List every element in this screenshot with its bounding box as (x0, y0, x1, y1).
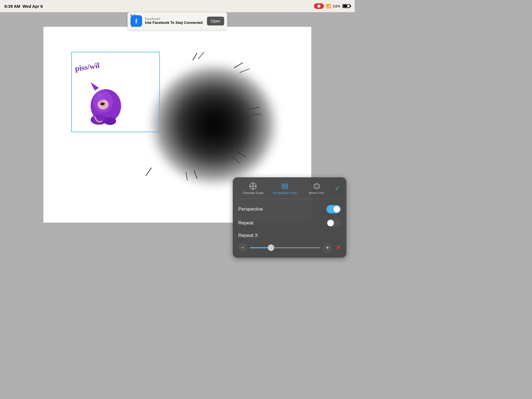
svg-point-19 (104, 117, 116, 125)
slider-decrement-button[interactable]: − (238, 243, 247, 252)
battery-icon (342, 4, 350, 8)
minus-icon: − (241, 245, 244, 251)
wifi-icon: 📶 (326, 4, 331, 8)
tab-perspective-form[interactable]: Perspective Form (269, 181, 301, 196)
confirm-button[interactable]: ✓ (332, 184, 342, 193)
record-dot (318, 5, 320, 7)
tab-mesh-form-label: Mesh Form (309, 191, 324, 195)
slider-increment-button[interactable]: + (323, 243, 332, 252)
status-right-icons: 📶 63% (314, 3, 350, 9)
perspective-form-icon (281, 182, 289, 190)
svg-marker-16 (91, 82, 99, 91)
tab-translate-scale-label: Translate Scale (242, 191, 264, 195)
cancel-red-icon: ✕ (336, 244, 341, 251)
status-bar: 8:39 AM Wed Apr 8 📶 63% (0, 0, 355, 12)
character-art: piss/wil (70, 55, 156, 132)
repeat-x-setting-row: Repeat X (238, 230, 341, 241)
settings-area: Perspective Repeat Repeat X − (233, 199, 346, 258)
ad-text: Facebook® Use Facebook To Stay Connected (145, 17, 204, 25)
translate-scale-icon (249, 182, 257, 190)
perspective-label: Perspective (238, 206, 263, 212)
ad-source: Facebook® (145, 17, 204, 21)
battery-percentage: 63% (333, 4, 340, 8)
panel-tabs: Translate Scale Perspective Form (233, 177, 346, 199)
ad-close-button[interactable]: ✕ (131, 25, 133, 29)
tab-translate-scale[interactable]: Translate Scale (237, 181, 269, 196)
ad-open-button[interactable]: Open (207, 17, 224, 25)
transform-panel: Translate Scale Perspective Form (233, 177, 346, 258)
perspective-setting-row: Perspective (238, 202, 341, 216)
cancel-red[interactable]: ✕ (336, 244, 341, 251)
svg-line-2 (234, 63, 243, 68)
tab-mesh-form[interactable]: Mesh Form (301, 181, 332, 196)
facebook-icon: f (131, 15, 142, 27)
repeat-toggle[interactable] (326, 219, 341, 227)
ad-banner: ▶ AD f Facebook® Use Facebook To Stay Co… (127, 12, 227, 30)
slider-track[interactable] (250, 247, 320, 248)
perspective-toggle[interactable] (326, 205, 341, 213)
record-indicator (314, 3, 324, 9)
ad-label: ▶ AD (131, 14, 137, 16)
svg-text:piss/wil: piss/wil (75, 61, 100, 73)
svg-line-0 (193, 53, 197, 60)
slider-row: − + ✕ (238, 241, 341, 254)
perspective-toggle-thumb (333, 206, 340, 213)
status-time: 8:39 AM (4, 4, 20, 9)
plus-icon: + (326, 245, 329, 251)
status-date: Wed Apr 8 (22, 4, 43, 9)
repeat-label: Repeat (238, 220, 254, 226)
shadow-blob (153, 66, 275, 183)
ad-title: Use Facebook To Stay Connected (145, 21, 204, 25)
svg-line-10 (146, 168, 151, 176)
repeat-setting-row: Repeat (238, 216, 341, 230)
battery-fill (343, 5, 347, 7)
repeat-toggle-thumb (327, 220, 334, 226)
repeat-x-label: Repeat X (238, 233, 258, 238)
slider-thumb[interactable] (268, 244, 274, 251)
mesh-form-icon (313, 182, 321, 190)
svg-line-3 (240, 69, 250, 73)
svg-line-1 (198, 52, 204, 59)
tab-perspective-form-label: Perspective Form (273, 191, 297, 195)
svg-point-17 (97, 93, 104, 102)
